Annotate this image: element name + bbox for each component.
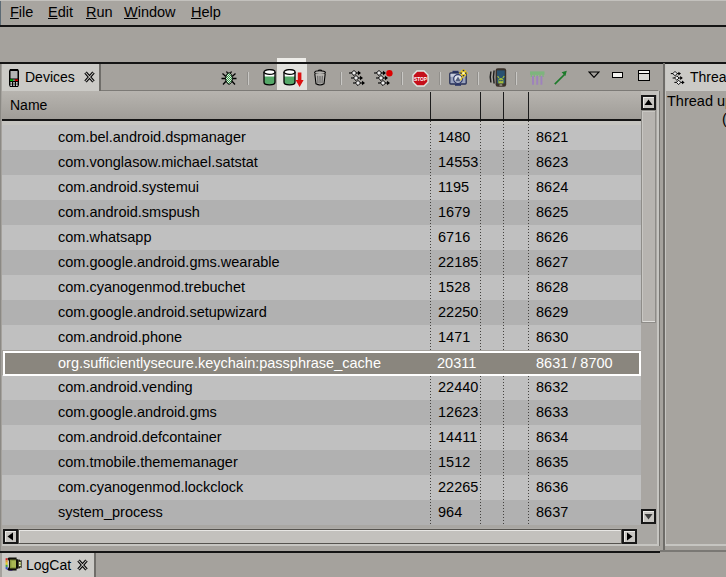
svg-text:STOP: STOP — [414, 77, 428, 82]
